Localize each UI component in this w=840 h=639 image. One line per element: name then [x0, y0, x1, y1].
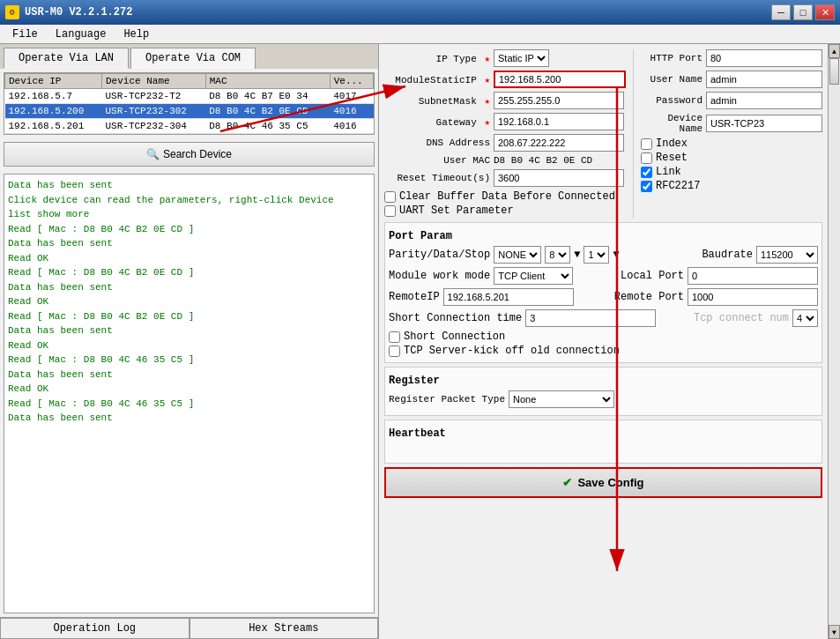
baudrate-select[interactable]: 115200: [756, 246, 818, 264]
menu-language[interactable]: Language: [47, 26, 115, 42]
right-scrollbar: ▲ ▼: [828, 44, 840, 639]
tab-hex-streams[interactable]: Hex Streams: [190, 618, 379, 639]
window-controls: ─ □ ✕: [771, 4, 835, 20]
save-config-button[interactable]: ✔ Save Config: [384, 467, 822, 498]
reset-timeout-input[interactable]: [494, 169, 624, 187]
index-checkbox-row: Index: [641, 137, 822, 150]
index-label: Index: [656, 137, 688, 150]
main-container: Operate Via LAN Operate Via COM Device I…: [0, 44, 840, 639]
parity-separator: ▼: [574, 249, 580, 261]
short-conn-row: Short Connection time Tcp connect num 4: [389, 309, 818, 327]
right-panel: IP Type ★ Static IP DHCP ModuleStaticIP …: [379, 44, 840, 639]
table-row[interactable]: 192.168.5.7USR-TCP232-T2D8 B0 4C B7 E0 3…: [5, 89, 374, 104]
scroll-track[interactable]: [829, 58, 840, 625]
http-port-label: HTTP Port: [641, 53, 702, 63]
index-checkbox[interactable]: [641, 138, 652, 150]
rfc2217-checkbox-row: RFC2217: [641, 180, 822, 192]
remote-ip-group: RemoteIP: [389, 288, 574, 306]
register-packet-label: Register Packet Type: [389, 394, 505, 405]
tcp-kick-row: TCP Server-kick off old connection: [389, 345, 818, 357]
log-line: Read [ Mac : D8 B0 4C 46 35 C5 ]: [8, 353, 370, 368]
ip-type-label: IP Type ★: [384, 53, 490, 64]
search-icon: 🔍: [146, 148, 160, 160]
short-conn-input[interactable]: [525, 309, 656, 327]
log-content[interactable]: Data has been sentClick device can read …: [4, 175, 374, 613]
tab-com[interactable]: Operate Via COM: [130, 48, 256, 69]
log-line: Data has been sent: [8, 368, 370, 383]
gateway-input[interactable]: [494, 113, 624, 130]
scroll-up-button[interactable]: ▲: [829, 44, 840, 58]
save-config-label: Save Config: [577, 476, 643, 489]
module-static-ip-row: ModuleStaticIP ★: [384, 71, 626, 88]
maximize-button[interactable]: □: [793, 4, 813, 20]
link-checkbox[interactable]: [641, 167, 652, 178]
parity-select[interactable]: NONE: [494, 246, 541, 264]
uart-set-label: UART Set Parameter: [399, 204, 514, 217]
local-port-group: Local Port: [621, 267, 818, 285]
tcp-kick-checkbox[interactable]: [389, 346, 400, 357]
ip-type-select[interactable]: Static IP DHCP: [494, 49, 549, 67]
tcp-connect-label: Tcp connect num: [694, 312, 789, 324]
log-line: Read [ Mac : D8 B0 4C B2 0E CD ]: [8, 265, 370, 280]
username-label: User Name: [641, 74, 702, 85]
dns-label: DNS Address: [384, 137, 490, 148]
work-mode-select[interactable]: TCP Client: [494, 267, 573, 285]
data-bits-select[interactable]: 8: [545, 246, 570, 264]
module-static-ip-input[interactable]: [494, 71, 626, 88]
device-name-input[interactable]: [706, 115, 822, 132]
tab-lan[interactable]: Operate Via LAN: [4, 48, 129, 69]
menu-bar: File Language Help: [0, 25, 840, 44]
table-row[interactable]: 192.168.5.201USR-TCP232-304D8 B0 4C 46 3…: [5, 119, 374, 134]
checkboxes-group: Index Reset Link: [641, 137, 822, 192]
http-port-input[interactable]: [706, 49, 822, 67]
tcp-connect-select[interactable]: 4: [792, 309, 818, 327]
subnet-mask-input[interactable]: [494, 92, 624, 109]
search-device-button[interactable]: 🔍 Search Device: [4, 142, 375, 167]
log-line: Read OK: [8, 251, 370, 266]
clear-buffer-label: Clear Buffer Data Before Connected: [399, 190, 615, 203]
reset-checkbox[interactable]: [641, 152, 652, 164]
log-line: Data has been sent: [8, 236, 370, 251]
log-line: Read OK: [8, 294, 370, 309]
reset-timeout-row: Reset Timeout(s): [384, 169, 626, 187]
tab-bar: Operate Via LAN Operate Via COM: [0, 44, 378, 69]
work-mode-group: Module work mode TCP Client: [389, 267, 573, 285]
remote-ip-input[interactable]: [443, 288, 574, 306]
clear-buffer-row: Clear Buffer Data Before Connected: [384, 190, 626, 203]
register-packet-select[interactable]: None: [509, 390, 614, 408]
right-content: IP Type ★ Static IP DHCP ModuleStaticIP …: [379, 44, 828, 639]
module-static-ip-label: ModuleStaticIP ★: [384, 74, 490, 85]
rfc2217-checkbox[interactable]: [641, 181, 652, 192]
local-port-input[interactable]: [688, 267, 818, 285]
user-mac-label: User MAC: [384, 155, 490, 166]
remote-port-group: Remote Port: [614, 288, 818, 306]
table-row[interactable]: 192.168.5.200USR-TCP232-302D8 B0 4C B2 0…: [5, 104, 374, 119]
password-input[interactable]: [706, 92, 822, 109]
menu-help[interactable]: Help: [115, 26, 158, 42]
right-config-col: HTTP Port User Name Password: [633, 49, 822, 219]
close-button[interactable]: ✕: [815, 4, 835, 20]
clear-buffer-checkbox[interactable]: [384, 191, 396, 203]
gateway-label: Gateway ★: [384, 116, 490, 128]
link-label: Link: [656, 166, 681, 178]
remote-port-input[interactable]: [688, 288, 818, 306]
col-device-name: Device Name: [102, 74, 206, 89]
dns-input[interactable]: [494, 134, 624, 152]
username-row: User Name: [641, 71, 822, 88]
scroll-thumb[interactable]: [829, 58, 839, 85]
scroll-down-button[interactable]: ▼: [829, 625, 840, 639]
username-input[interactable]: [706, 71, 822, 88]
minimize-button[interactable]: ─: [771, 4, 791, 20]
uart-set-checkbox[interactable]: [384, 205, 396, 217]
menu-file[interactable]: File: [4, 26, 47, 42]
tab-operation-log[interactable]: Operation Log: [0, 618, 190, 639]
work-mode-label: Module work mode: [389, 270, 490, 282]
app-icon: ⚙: [5, 5, 19, 19]
short-conn-checkbox[interactable]: [389, 331, 400, 343]
password-row: Password: [641, 92, 822, 109]
remote-row: RemoteIP Remote Port: [389, 288, 818, 306]
stop-bits-select[interactable]: 1: [584, 246, 609, 264]
log-line: Read [ Mac : D8 B0 4C B2 0E CD ]: [8, 309, 370, 324]
ip-type-row: IP Type ★ Static IP DHCP: [384, 49, 626, 67]
search-btn-container: 🔍 Search Device: [4, 142, 375, 167]
